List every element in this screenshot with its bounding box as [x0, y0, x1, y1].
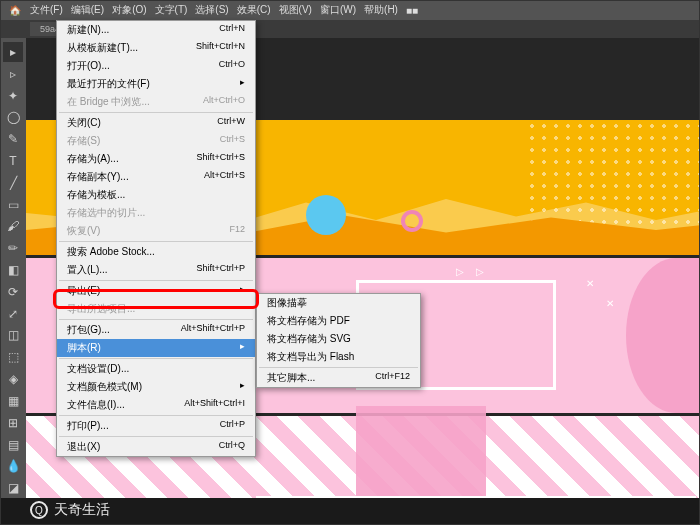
pencil-tool-icon[interactable]: ✏ — [3, 238, 23, 258]
menu-item-17[interactable]: 导出(E)▸ — [57, 282, 255, 300]
menu-effect[interactable]: 效果(C) — [233, 1, 275, 19]
menu-file[interactable]: 文件(F) — [26, 1, 67, 19]
mesh-tool-icon[interactable]: ⊞ — [3, 413, 23, 433]
menu-item-25[interactable]: 文件信息(I)...Alt+Shift+Ctrl+I — [57, 396, 255, 414]
shape-builder-tool-icon[interactable]: ◈ — [3, 369, 23, 389]
magic-wand-tool-icon[interactable]: ✦ — [3, 86, 23, 106]
menu-extra[interactable]: ■■ — [402, 3, 422, 18]
script-submenu: 图像描摹将文档存储为 PDF将文档存储为 SVG将文档导出为 Flash其它脚本… — [256, 293, 421, 388]
menu-item-3[interactable]: 最近打开的文件(F)▸ — [57, 75, 255, 93]
pink-wave — [626, 258, 700, 413]
width-tool-icon[interactable]: ◫ — [3, 326, 23, 346]
type-tool-icon[interactable]: T — [3, 151, 23, 171]
line-tool-icon[interactable]: ╱ — [3, 173, 23, 193]
menu-item-15[interactable]: 置入(L)...Shift+Ctrl+P — [57, 261, 255, 279]
menu-item-27[interactable]: 打印(P)...Ctrl+P — [57, 417, 255, 435]
free-transform-tool-icon[interactable]: ⬚ — [3, 347, 23, 367]
submenu-item-0[interactable]: 图像描摹 — [257, 294, 420, 312]
submenu-item-3[interactable]: 将文档导出为 Flash — [257, 348, 420, 366]
menu-item-21[interactable]: 脚本(R)▸ — [57, 339, 255, 357]
menu-item-14[interactable]: 搜索 Adobe Stock... — [57, 243, 255, 261]
lasso-tool-icon[interactable]: ◯ — [3, 107, 23, 127]
stripe-box — [356, 406, 486, 498]
x-mark-icon: ✕ — [606, 298, 614, 309]
submenu-item-2[interactable]: 将文档存储为 SVG — [257, 330, 420, 348]
perspective-tool-icon[interactable]: ▦ — [3, 391, 23, 411]
menu-edit[interactable]: 编辑(E) — [67, 1, 108, 19]
gradient-tool-icon[interactable]: ▤ — [3, 435, 23, 455]
stripe-border — [256, 496, 696, 498]
menu-item-9[interactable]: 存储副本(Y)...Alt+Ctrl+S — [57, 168, 255, 186]
triangle-icon: ▷ — [476, 266, 484, 277]
triangle-icon: ▷ — [456, 266, 464, 277]
menu-help[interactable]: 帮助(H) — [360, 1, 402, 19]
rectangle-tool-icon[interactable]: ▭ — [3, 195, 23, 215]
home-icon[interactable]: 🏠 — [8, 3, 22, 17]
menu-item-8[interactable]: 存储为(A)...Shift+Ctrl+S — [57, 150, 255, 168]
menu-item-18: 导出所选项目... — [57, 300, 255, 318]
menu-item-7: 存储(S)Ctrl+S — [57, 132, 255, 150]
fill-stroke-icon[interactable]: ◪ — [3, 478, 23, 498]
menu-window[interactable]: 窗口(W) — [316, 1, 360, 19]
menu-type[interactable]: 文字(T) — [151, 1, 192, 19]
menu-item-4: 在 Bridge 中浏览...Alt+Ctrl+O — [57, 93, 255, 111]
eraser-tool-icon[interactable]: ◧ — [3, 260, 23, 280]
menu-item-23[interactable]: 文档设置(D)... — [57, 360, 255, 378]
watermark-text: 天奇生活 — [54, 501, 110, 519]
menu-select[interactable]: 选择(S) — [191, 1, 232, 19]
eyedropper-tool-icon[interactable]: 💧 — [3, 456, 23, 476]
submenu-item-1[interactable]: 将文档存储为 PDF — [257, 312, 420, 330]
x-mark-icon: ✕ — [586, 278, 594, 289]
menu-view[interactable]: 视图(V) — [275, 1, 316, 19]
brush-tool-icon[interactable]: 🖌 — [3, 217, 23, 237]
rotate-tool-icon[interactable]: ⟳ — [3, 282, 23, 302]
menu-item-12: 恢复(V)F12 — [57, 222, 255, 240]
submenu-item-5[interactable]: 其它脚本...Ctrl+F12 — [257, 369, 420, 387]
menu-item-29[interactable]: 退出(X)Ctrl+Q — [57, 438, 255, 456]
menu-item-11: 存储选中的切片... — [57, 204, 255, 222]
file-dropdown-menu: 新建(N)...Ctrl+N从模板新建(T)...Shift+Ctrl+N打开(… — [56, 20, 256, 457]
menu-item-20[interactable]: 打包(G)...Alt+Shift+Ctrl+P — [57, 321, 255, 339]
pen-tool-icon[interactable]: ✎ — [3, 129, 23, 149]
menu-item-1[interactable]: 从模板新建(T)...Shift+Ctrl+N — [57, 39, 255, 57]
direct-selection-tool-icon[interactable]: ▹ — [3, 64, 23, 84]
menu-item-10[interactable]: 存储为模板... — [57, 186, 255, 204]
scale-tool-icon[interactable]: ⤢ — [3, 304, 23, 324]
menu-item-6[interactable]: 关闭(C)Ctrl+W — [57, 114, 255, 132]
selection-tool-icon[interactable]: ▸ — [3, 42, 23, 62]
menu-object[interactable]: 对象(O) — [108, 1, 150, 19]
watermark: Q 天奇生活 — [30, 501, 110, 519]
menu-item-2[interactable]: 打开(O)...Ctrl+O — [57, 57, 255, 75]
menu-bar: 🏠 文件(F) 编辑(E) 对象(O) 文字(T) 选择(S) 效果(C) 视图… — [0, 0, 700, 20]
blue-circle — [306, 195, 346, 235]
tools-panel: ▸ ▹ ✦ ◯ ✎ T ╱ ▭ 🖌 ✏ ◧ ⟳ ⤢ ◫ ⬚ ◈ ▦ ⊞ ▤ 💧 … — [0, 38, 26, 498]
pink-ring — [401, 210, 423, 232]
menu-item-0[interactable]: 新建(N)...Ctrl+N — [57, 21, 255, 39]
menu-item-24[interactable]: 文档颜色模式(M)▸ — [57, 378, 255, 396]
watermark-logo-icon: Q — [30, 501, 48, 519]
